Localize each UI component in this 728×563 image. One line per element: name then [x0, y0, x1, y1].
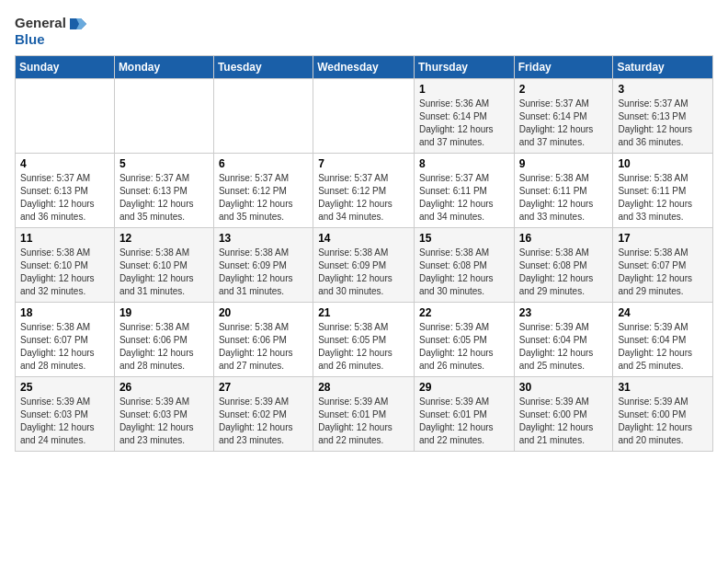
day-info: Sunrise: 5:38 AMSunset: 6:08 PMDaylight:… [419, 247, 509, 298]
logo: General Blue [15, 15, 90, 48]
day-number: 7 [318, 157, 409, 170]
day-info: Sunrise: 5:39 AMSunset: 6:05 PMDaylight:… [419, 321, 509, 373]
calendar-table: SundayMondayTuesdayWednesdayThursdayFrid… [15, 55, 713, 452]
calendar-cell: 18Sunrise: 5:38 AMSunset: 6:07 PMDayligh… [16, 303, 115, 377]
day-number: 14 [318, 232, 409, 245]
calendar-cell: 13Sunrise: 5:38 AMSunset: 6:09 PMDayligh… [213, 228, 313, 303]
calendar-cell: 23Sunrise: 5:39 AMSunset: 6:04 PMDayligh… [514, 303, 613, 377]
day-info: Sunrise: 5:38 AMSunset: 6:09 PMDaylight:… [318, 247, 409, 298]
day-number: 21 [318, 306, 409, 319]
calendar-cell: 3Sunrise: 5:37 AMSunset: 6:13 PMDaylight… [613, 79, 713, 154]
day-info: Sunrise: 5:39 AMSunset: 6:04 PMDaylight:… [618, 321, 708, 373]
day-number: 31 [618, 381, 708, 394]
calendar-cell: 31Sunrise: 5:39 AMSunset: 6:00 PMDayligh… [613, 377, 713, 452]
weekday-header-tuesday: Tuesday [213, 56, 313, 79]
calendar-cell [313, 79, 415, 154]
day-number: 6 [219, 157, 308, 170]
day-info: Sunrise: 5:39 AMSunset: 6:03 PMDaylight:… [119, 396, 209, 447]
calendar-cell [16, 79, 115, 154]
day-number: 2 [519, 83, 609, 96]
calendar-week-row: 18Sunrise: 5:38 AMSunset: 6:07 PMDayligh… [16, 303, 713, 377]
day-number: 20 [219, 306, 308, 319]
calendar-cell: 11Sunrise: 5:38 AMSunset: 6:10 PMDayligh… [16, 228, 115, 303]
calendar-week-row: 11Sunrise: 5:38 AMSunset: 6:10 PMDayligh… [16, 228, 713, 303]
day-number: 4 [20, 157, 109, 170]
day-info: Sunrise: 5:36 AMSunset: 6:14 PMDaylight:… [419, 98, 509, 149]
logo-container: General [15, 15, 90, 31]
day-info: Sunrise: 5:37 AMSunset: 6:12 PMDaylight:… [219, 172, 308, 224]
day-number: 18 [20, 306, 109, 319]
calendar-cell: 9Sunrise: 5:38 AMSunset: 6:11 PMDaylight… [514, 154, 613, 228]
calendar-cell: 2Sunrise: 5:37 AMSunset: 6:14 PMDaylight… [514, 79, 613, 154]
day-info: Sunrise: 5:39 AMSunset: 6:01 PMDaylight:… [318, 396, 409, 447]
day-number: 9 [519, 157, 609, 170]
day-info: Sunrise: 5:39 AMSunset: 6:02 PMDaylight:… [219, 396, 308, 447]
calendar-cell: 24Sunrise: 5:39 AMSunset: 6:04 PMDayligh… [613, 303, 713, 377]
calendar-cell: 20Sunrise: 5:38 AMSunset: 6:06 PMDayligh… [213, 303, 313, 377]
day-number: 12 [119, 232, 209, 245]
calendar-week-row: 4Sunrise: 5:37 AMSunset: 6:13 PMDaylight… [16, 154, 713, 228]
weekday-header-saturday: Saturday [613, 56, 713, 79]
calendar-week-row: 1Sunrise: 5:36 AMSunset: 6:14 PMDaylight… [16, 79, 713, 154]
calendar-cell: 26Sunrise: 5:39 AMSunset: 6:03 PMDayligh… [114, 377, 213, 452]
day-info: Sunrise: 5:37 AMSunset: 6:12 PMDaylight:… [318, 172, 409, 224]
calendar-cell [114, 79, 213, 154]
day-info: Sunrise: 5:38 AMSunset: 6:07 PMDaylight:… [618, 247, 708, 298]
day-info: Sunrise: 5:38 AMSunset: 6:06 PMDaylight:… [219, 321, 308, 373]
calendar-cell: 8Sunrise: 5:37 AMSunset: 6:11 PMDaylight… [414, 154, 514, 228]
day-info: Sunrise: 5:38 AMSunset: 6:08 PMDaylight:… [519, 247, 609, 298]
day-number: 19 [119, 306, 209, 319]
page-header: General Blue [15, 15, 713, 48]
calendar-cell: 1Sunrise: 5:36 AMSunset: 6:14 PMDaylight… [414, 79, 514, 154]
day-info: Sunrise: 5:38 AMSunset: 6:09 PMDaylight:… [219, 247, 308, 298]
day-number: 11 [20, 232, 109, 245]
calendar-cell: 5Sunrise: 5:37 AMSunset: 6:13 PMDaylight… [114, 154, 213, 228]
calendar-cell: 15Sunrise: 5:38 AMSunset: 6:08 PMDayligh… [414, 228, 514, 303]
day-number: 24 [618, 306, 708, 319]
day-number: 22 [419, 306, 509, 319]
day-number: 15 [419, 232, 509, 245]
calendar-cell: 28Sunrise: 5:39 AMSunset: 6:01 PMDayligh… [313, 377, 415, 452]
day-info: Sunrise: 5:38 AMSunset: 6:05 PMDaylight:… [318, 321, 409, 373]
day-number: 28 [318, 381, 409, 394]
day-info: Sunrise: 5:39 AMSunset: 6:00 PMDaylight:… [519, 396, 609, 447]
weekday-header-thursday: Thursday [414, 56, 514, 79]
day-info: Sunrise: 5:39 AMSunset: 6:00 PMDaylight:… [618, 396, 708, 447]
day-info: Sunrise: 5:37 AMSunset: 6:13 PMDaylight:… [20, 172, 109, 224]
day-info: Sunrise: 5:39 AMSunset: 6:03 PMDaylight:… [20, 396, 109, 447]
day-number: 30 [519, 381, 609, 394]
calendar-cell: 30Sunrise: 5:39 AMSunset: 6:00 PMDayligh… [514, 377, 613, 452]
day-info: Sunrise: 5:38 AMSunset: 6:10 PMDaylight:… [119, 247, 209, 298]
day-number: 3 [618, 83, 708, 96]
weekday-header-row: SundayMondayTuesdayWednesdayThursdayFrid… [16, 56, 713, 79]
day-info: Sunrise: 5:37 AMSunset: 6:13 PMDaylight:… [618, 98, 708, 149]
day-number: 23 [519, 306, 609, 319]
day-info: Sunrise: 5:37 AMSunset: 6:11 PMDaylight:… [419, 172, 509, 224]
day-info: Sunrise: 5:38 AMSunset: 6:11 PMDaylight:… [519, 172, 609, 224]
day-info: Sunrise: 5:38 AMSunset: 6:07 PMDaylight:… [20, 321, 109, 373]
day-number: 10 [618, 157, 708, 170]
day-number: 13 [219, 232, 308, 245]
calendar-week-row: 25Sunrise: 5:39 AMSunset: 6:03 PMDayligh… [16, 377, 713, 452]
calendar-cell: 10Sunrise: 5:38 AMSunset: 6:11 PMDayligh… [613, 154, 713, 228]
calendar-cell: 22Sunrise: 5:39 AMSunset: 6:05 PMDayligh… [414, 303, 514, 377]
day-info: Sunrise: 5:39 AMSunset: 6:04 PMDaylight:… [519, 321, 609, 373]
calendar-cell: 17Sunrise: 5:38 AMSunset: 6:07 PMDayligh… [613, 228, 713, 303]
day-number: 16 [519, 232, 609, 245]
weekday-header-friday: Friday [514, 56, 613, 79]
day-info: Sunrise: 5:37 AMSunset: 6:14 PMDaylight:… [519, 98, 609, 149]
calendar-cell: 21Sunrise: 5:38 AMSunset: 6:05 PMDayligh… [313, 303, 415, 377]
day-info: Sunrise: 5:39 AMSunset: 6:01 PMDaylight:… [419, 396, 509, 447]
day-info: Sunrise: 5:37 AMSunset: 6:13 PMDaylight:… [119, 172, 209, 224]
calendar-cell: 4Sunrise: 5:37 AMSunset: 6:13 PMDaylight… [16, 154, 115, 228]
day-info: Sunrise: 5:38 AMSunset: 6:11 PMDaylight:… [618, 172, 708, 224]
day-info: Sunrise: 5:38 AMSunset: 6:06 PMDaylight:… [119, 321, 209, 373]
logo-general-text: General [15, 15, 66, 30]
weekday-header-sunday: Sunday [16, 56, 115, 79]
day-number: 5 [119, 157, 209, 170]
calendar-cell: 25Sunrise: 5:39 AMSunset: 6:03 PMDayligh… [16, 377, 115, 452]
day-number: 29 [419, 381, 509, 394]
weekday-header-monday: Monday [114, 56, 213, 79]
day-number: 1 [419, 83, 509, 96]
calendar-cell: 7Sunrise: 5:37 AMSunset: 6:12 PMDaylight… [313, 154, 415, 228]
